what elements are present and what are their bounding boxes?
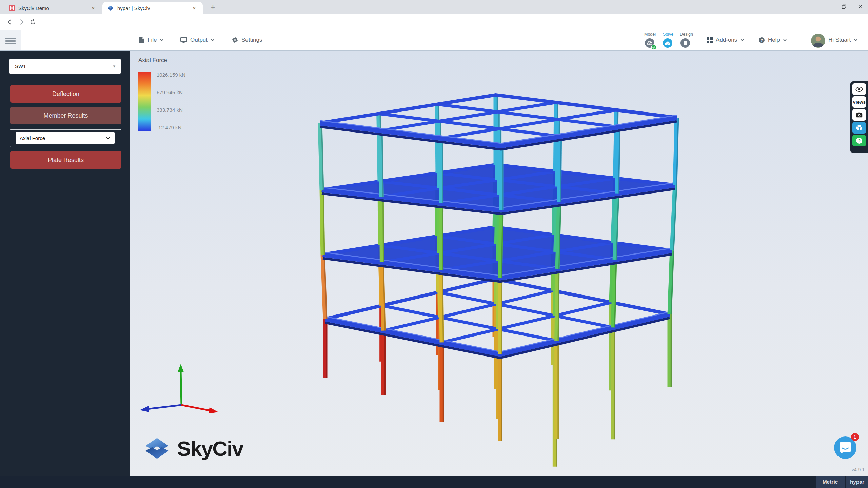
chevron-down-icon xyxy=(783,38,787,42)
views-button[interactable]: Views xyxy=(852,96,866,108)
chevron-down-icon xyxy=(854,38,858,42)
tab-close-icon[interactable]: × xyxy=(191,4,198,12)
hamburger-menu-button[interactable] xyxy=(0,30,21,50)
stepper-model-label: Model xyxy=(644,32,656,37)
cube-3d-icon xyxy=(856,124,863,131)
settings-menu-label: Settings xyxy=(241,37,262,43)
eye-icon xyxy=(855,87,863,92)
tab-close-icon[interactable]: × xyxy=(90,4,97,12)
result-type-select[interactable]: Axial Force xyxy=(16,132,115,144)
window-close-button[interactable] xyxy=(852,0,868,14)
screenshot-button[interactable] xyxy=(852,109,866,121)
skyciv-logo-icon xyxy=(142,434,172,463)
minimize-icon xyxy=(825,4,830,9)
legend-color-scale xyxy=(138,72,151,131)
unit-system-toggle[interactable]: Metric xyxy=(816,476,845,488)
user-menu[interactable]: Hi Stuart xyxy=(828,30,858,50)
gear-icon xyxy=(232,37,238,43)
apps-grid-icon xyxy=(707,37,713,43)
model-viewport[interactable]: Axial Force 1026.159 kN 679.946 kN 333.7… xyxy=(130,51,868,476)
browser-tab-skyciv-demo[interactable]: SkyCiv Demo × xyxy=(4,2,102,14)
question-icon: ? xyxy=(856,137,863,144)
output-menu[interactable]: Output xyxy=(180,30,215,50)
new-tab-button[interactable]: + xyxy=(208,3,218,12)
view-toolbar: Views ? xyxy=(850,81,868,153)
load-case-select[interactable]: SW1 ▾ xyxy=(9,59,121,74)
monitor-icon xyxy=(180,37,187,43)
version-label: v4.9.1 xyxy=(852,467,865,472)
legend-value: 333.734 kN xyxy=(157,107,183,114)
legend-value: 679.946 kN xyxy=(157,89,183,96)
member-results-button[interactable]: Member Results xyxy=(10,107,121,124)
file-menu[interactable]: File xyxy=(138,30,164,50)
file-icon xyxy=(138,37,144,43)
output-menu-label: Output xyxy=(190,37,208,43)
load-case-value: SW1 xyxy=(15,63,26,69)
svg-text:?: ? xyxy=(761,38,763,42)
refresh-button[interactable] xyxy=(27,16,39,28)
chat-notification-badge: 1 xyxy=(851,433,859,441)
hamburger-icon xyxy=(5,38,16,39)
select-chevron-icon xyxy=(106,136,111,140)
axis-gizmo xyxy=(134,362,225,420)
svg-text:?: ? xyxy=(858,138,861,143)
user-greeting: Hi Stuart xyxy=(828,37,851,43)
solve-step-button[interactable] xyxy=(663,38,672,48)
design-doc-icon xyxy=(683,40,688,46)
chevron-down-icon xyxy=(160,38,164,42)
legend-value: -12.479 kN xyxy=(157,125,181,131)
forward-icon xyxy=(18,19,25,25)
browser-tab-strip: SkyCiv Demo × hypar | SkyCiv × + xyxy=(0,0,868,14)
stepper-solve-label: Solve xyxy=(663,32,673,37)
help-menu[interactable]: ? Help xyxy=(758,30,787,50)
project-name-badge: hypar xyxy=(846,476,868,488)
forward-button[interactable] xyxy=(16,16,27,28)
browser-tab-hypar-skyciv[interactable]: hypar | SkyCiv × xyxy=(102,2,203,14)
cloud-check-icon xyxy=(665,41,671,45)
results-sidebar: SW1 ▾ Deflection Member Results Axial Fo… xyxy=(0,51,130,476)
member-results-label: Member Results xyxy=(43,112,88,119)
model-complete-check-icon xyxy=(651,44,657,50)
back-button[interactable] xyxy=(4,16,16,28)
skyciv-logo-text: SkyCiv xyxy=(177,436,243,461)
user-avatar[interactable] xyxy=(811,34,825,48)
close-icon xyxy=(858,4,863,9)
legend-value: 1026.159 kN xyxy=(157,72,185,79)
plate-results-label: Plate Results xyxy=(48,157,84,164)
skyciv-logo: SkyCiv xyxy=(142,434,243,463)
deflection-button[interactable]: Deflection xyxy=(10,85,121,103)
stepper-design-label: Design xyxy=(680,32,693,37)
browser-toolbar: platform.skyciv.com/structural?preload_n… xyxy=(0,14,868,30)
divider xyxy=(9,79,121,79)
caret-down-icon: ▾ xyxy=(113,64,115,69)
restore-icon xyxy=(842,4,846,9)
window-restore-button[interactable] xyxy=(836,0,852,14)
camera-icon xyxy=(856,112,863,118)
help-circle-icon: ? xyxy=(758,37,765,43)
chevron-down-icon xyxy=(740,38,744,42)
status-bar: Metric hypar xyxy=(0,476,868,488)
visibility-button[interactable] xyxy=(852,83,866,95)
structure-3d-render xyxy=(130,51,868,476)
screen: SkyCiv Demo × hypar | SkyCiv × + xyxy=(0,0,868,488)
settings-menu[interactable]: Settings xyxy=(232,30,262,50)
hypar-favicon-icon xyxy=(9,5,15,11)
window-minimize-button[interactable] xyxy=(820,0,835,14)
tab-title: SkyCiv Demo xyxy=(18,5,49,11)
views-label: Views xyxy=(853,100,866,105)
addons-menu-label: Add-ons xyxy=(716,37,737,43)
chevron-down-icon xyxy=(211,38,215,42)
help-menu-label: Help xyxy=(768,37,780,43)
viewer-help-button[interactable]: ? xyxy=(852,135,866,146)
file-menu-label: File xyxy=(147,37,157,43)
design-step-button[interactable] xyxy=(680,38,690,48)
back-icon xyxy=(6,19,13,25)
skyciv-favicon-icon xyxy=(107,5,114,12)
addons-menu[interactable]: Add-ons xyxy=(707,30,744,50)
avatar-photo xyxy=(811,34,825,48)
plate-results-button[interactable]: Plate Results xyxy=(10,151,121,169)
refresh-icon xyxy=(29,19,36,25)
chat-bubble-icon xyxy=(839,442,851,453)
render-mode-button[interactable] xyxy=(852,122,866,134)
legend-title: Axial Force xyxy=(138,57,167,64)
